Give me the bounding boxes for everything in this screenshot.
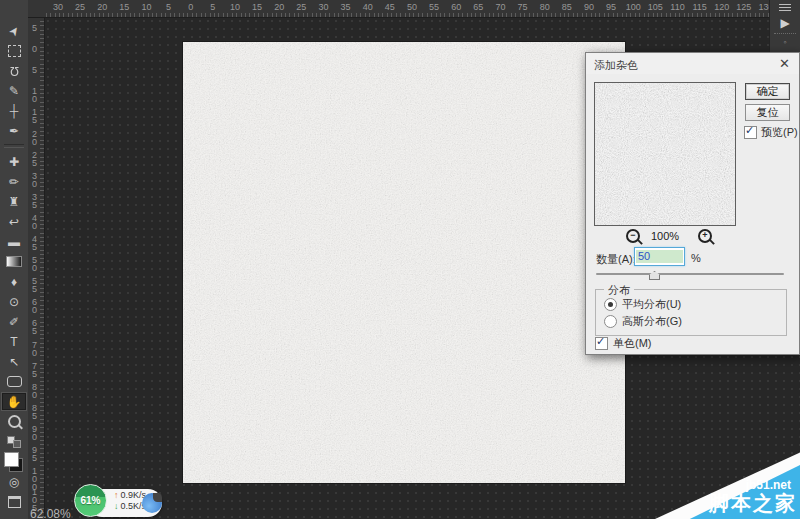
preview-checkbox-row[interactable]: 预览(P) [744,125,798,140]
ruler-label: 20 [94,2,110,12]
ruler-label: 5 [161,2,177,12]
lasso-tool-icon[interactable]: Ω [2,62,26,79]
quick-selection-tool-icon[interactable]: ✎ [2,82,26,99]
ruler-label: 95 [30,446,39,462]
ruler-label: 70 [493,2,509,12]
shape-tool-icon[interactable] [2,373,26,390]
add-noise-dialog: 添加杂色 ✕ − 100% + 确定 复位 预览(P) 数量(A): 50 % [585,52,800,355]
ruler-label: 80 [537,2,553,12]
ruler-label: 105 [647,2,663,12]
ruler-label: 100 [625,2,641,12]
net-speed-widget[interactable]: 61% ↑0.9K/s ↓0.5K/s [74,484,166,519]
ruler-label: 25 [293,2,309,12]
quick-mask-icon[interactable]: ◎ [2,473,26,490]
ruler-label: 70 [30,341,39,357]
noise-preview-thumbnail[interactable] [594,82,736,226]
ruler-label: 30 [50,2,66,12]
distribution-group: 分布 平均分布(U) 高斯分布(G) [595,289,787,336]
preview-checkbox[interactable] [744,126,757,139]
gaussian-radio-row[interactable]: 高斯分布(G) [604,314,682,329]
type-tool-icon[interactable]: T [2,333,26,350]
preview-noise-image [595,83,735,225]
browser-orb-icon[interactable] [142,493,162,513]
ruler-label: 0 [183,2,199,12]
foreground-background-swatches [4,452,24,472]
ruler-label: 50 [30,256,39,272]
monochromatic-checkbox-row[interactable]: 单色(M) [595,336,652,351]
canvas-noise-image [183,42,625,483]
amount-input[interactable]: 50 [634,247,685,266]
slider-track[interactable] [596,273,784,275]
ruler-label: 35 [338,2,354,12]
right-dock-panel: ▶ ◦ [769,0,800,56]
foreground-background-swatches[interactable] [2,453,26,470]
watermark-name: 脚本之家 [709,490,797,517]
upload-arrow-icon: ↑ [114,490,119,500]
ruler-label: 25 [72,2,88,12]
ruler-label: 55 [30,277,39,293]
eraser-tool-icon[interactable]: ▬ [2,233,26,250]
horizontal-ruler: 3025201510505101520253035404550556065707… [28,0,770,18]
healing-brush-tool-icon[interactable]: ✚ [2,153,26,170]
rectangular-marquee-tool-icon[interactable] [2,42,26,59]
ruler-corner [28,0,44,18]
path-selection-tool-icon[interactable]: ↖ [2,353,26,370]
shape-tool-icon [7,376,22,387]
panel-play-icon[interactable]: ▶ [780,17,789,29]
ruler-label: 40 [360,2,376,12]
move-tool-icon[interactable]: ➤ [2,22,26,39]
ruler-label: 15 [116,2,132,12]
reset-button[interactable]: 复位 [745,104,790,121]
panel-list-icon[interactable] [779,4,791,13]
panel-separator [774,33,796,34]
ruler-label: 5 [205,2,221,12]
blur-tool-icon[interactable]: ♦ [2,273,26,290]
ruler-label: 90 [581,2,597,12]
document-canvas[interactable] [183,42,625,483]
monochromatic-checkbox[interactable] [595,337,608,350]
ruler-label: 20 [30,130,39,146]
close-icon[interactable]: ✕ [779,56,790,71]
brush-tool-icon[interactable]: ✏ [2,173,26,190]
uniform-radio[interactable] [604,298,617,311]
ruler-label: 10 [227,2,243,12]
screen-mode-icon[interactable] [2,493,26,510]
preview-label: 预览(P) [761,125,798,140]
crop-tool-icon[interactable]: ┼ [2,102,26,119]
ok-button[interactable]: 确定 [745,83,790,100]
ruler-label: 115 [692,2,708,12]
swap-colors-icon[interactable] [2,433,26,450]
uniform-radio-row[interactable]: 平均分布(U) [604,297,681,312]
swap-colors-icon [7,436,21,448]
distribution-legend: 分布 [604,283,634,298]
clone-stamp-tool-icon[interactable]: ♜ [2,193,26,210]
ruler-label: 15 [249,2,265,12]
gradient-tool-icon[interactable] [2,253,26,270]
tool-list: ➤Ω✎┼✒✚✏♜↩▬♦⊙✐T↖✋◎ [0,0,28,510]
ruler-label: 10 [139,2,155,12]
pen-tool-icon[interactable]: ✐ [2,313,26,330]
history-brush-tool-icon[interactable]: ↩ [2,213,26,230]
gaussian-radio[interactable] [604,315,617,328]
photoshop-workspace: ➤Ω✎┼✒✚✏♜↩▬♦⊙✐T↖✋◎ 3025201510505101520253… [0,0,800,519]
ruler-label: 85 [30,404,39,420]
memory-ball[interactable]: 61% [74,484,107,517]
zoom-tool-icon[interactable] [2,413,26,430]
dialog-title: 添加杂色 [594,58,638,73]
ruler-label: 60 [30,298,39,314]
zoom-in-icon[interactable]: + [698,229,712,243]
amount-value: 50 [636,250,683,263]
ruler-label: 80 [30,383,39,399]
panel-knob-icon[interactable]: ◦ [783,38,786,47]
dialog-titlebar[interactable]: 添加杂色 ✕ [586,53,799,74]
eyedropper-tool-icon[interactable]: ✒ [2,122,26,139]
download-arrow-icon: ↓ [114,501,119,511]
amount-slider[interactable] [596,269,784,281]
ruler-label: 65 [470,2,486,12]
ruler-label: 60 [448,2,464,12]
toolbar-divider [4,144,24,148]
ruler-label: 20 [271,2,287,12]
hand-tool-icon[interactable]: ✋ [2,393,26,410]
ruler-label: 10 [30,87,39,103]
dodge-tool-icon[interactable]: ⊙ [2,293,26,310]
